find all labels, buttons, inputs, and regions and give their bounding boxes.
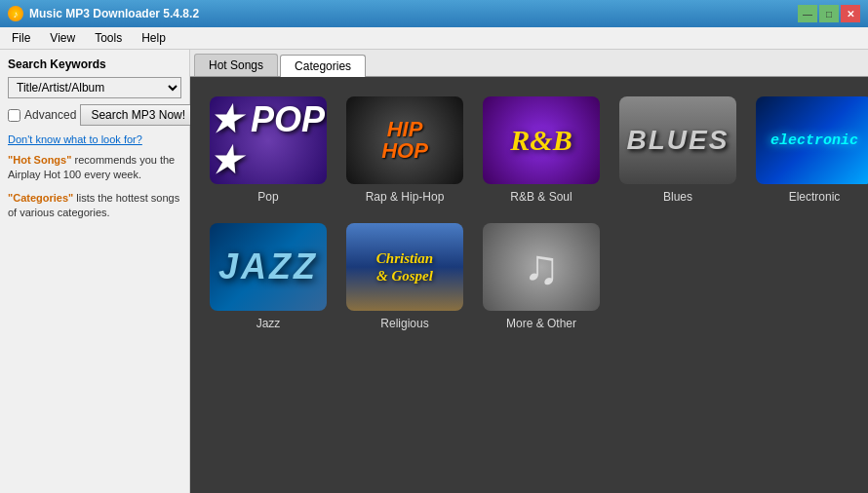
app-title: Music MP3 Downloader 5.4.8.2 [29,7,199,20]
menu-view[interactable]: View [42,29,83,47]
advanced-checkbox[interactable] [8,109,20,122]
category-religious[interactable]: Christian& Gospel Religious [346,223,463,330]
content-area: Hot Songs Categories ★ POP ★ Pop [190,50,868,493]
category-pop[interactable]: ★ POP ★ Pop [210,96,327,204]
category-more[interactable]: ♫ More & Other [483,223,600,330]
app-icon: ♪ [8,6,23,21]
advanced-checkbox-label[interactable]: Advanced [8,108,76,122]
hot-songs-info: "Hot Songs" recommends you the Airplay H… [8,153,181,183]
search-keywords-label: Search Keywords [8,57,181,71]
title-bar: ♪ Music MP3 Downloader 5.4.8.2 — □ ✕ [0,0,868,27]
tabs-bar: Hot Songs Categories [190,50,868,77]
label-electronic: Electronic [789,190,841,204]
category-hiphop[interactable]: HIPHOP Rap & Hip-Hop [346,96,463,204]
sidebar: Search Keywords Title/Artist/AlbumArtist… [0,50,190,493]
category-blues[interactable]: BLUES Blues [619,96,736,204]
search-button[interactable]: Search MP3 Now! [80,104,196,126]
categories-info: "Categories" lists the hottest songs of … [8,191,181,221]
label-pop: Pop [257,190,278,204]
label-blues: Blues [663,190,692,204]
label-more: More & Other [506,317,576,330]
help-link[interactable]: Don't know what to look for? [8,133,142,145]
help-text: Don't know what to look for? [8,133,181,145]
thumb-religious: Christian& Gospel [346,223,463,311]
grid-row-1: ★ POP ★ Pop HIPHOP Rap & Hip-Hop R&B [210,96,868,204]
category-rnb[interactable]: R&B R&B & Soul [483,96,600,204]
grid-row-2: JAZZ Jazz Christian& Gospel Religious ♫ [210,223,868,330]
close-button[interactable]: ✕ [841,5,860,22]
menu-file[interactable]: File [4,29,38,47]
thumb-more: ♫ [483,223,600,311]
thumb-hiphop: HIPHOP [346,96,463,184]
content-with-scroll: ★ POP ★ Pop HIPHOP Rap & Hip-Hop R&B [190,77,868,493]
advanced-label: Advanced [24,108,76,122]
thumb-electronic: electronic [756,96,868,184]
category-electronic[interactable]: electronic Electronic [756,96,868,204]
thumb-rnb: R&B [483,96,600,184]
label-jazz: Jazz [256,317,281,330]
label-religious: Religious [380,317,428,330]
thumb-blues: BLUES [619,96,736,184]
minimize-button[interactable]: — [798,5,817,22]
menu-bar: File View Tools Help [0,27,868,50]
main-layout: Search Keywords Title/Artist/AlbumArtist… [0,50,868,493]
thumb-pop: ★ POP ★ [210,96,327,184]
tab-hot-songs[interactable]: Hot Songs [194,54,278,76]
thumb-jazz: JAZZ [210,223,327,311]
search-dropdown[interactable]: Title/Artist/AlbumArtistAlbumTitle [8,77,181,98]
tab-categories[interactable]: Categories [280,55,366,77]
label-hiphop: Rap & Hip-Hop [366,190,445,204]
menu-help[interactable]: Help [134,29,174,47]
categories-grid: ★ POP ★ Pop HIPHOP Rap & Hip-Hop R&B [190,77,868,493]
window-controls: — □ ✕ [798,5,860,22]
category-jazz[interactable]: JAZZ Jazz [210,223,327,330]
search-row: Advanced Search MP3 Now! [8,104,181,126]
label-rnb: R&B & Soul [510,190,572,204]
menu-tools[interactable]: Tools [87,29,130,47]
maximize-button[interactable]: □ [819,5,839,22]
